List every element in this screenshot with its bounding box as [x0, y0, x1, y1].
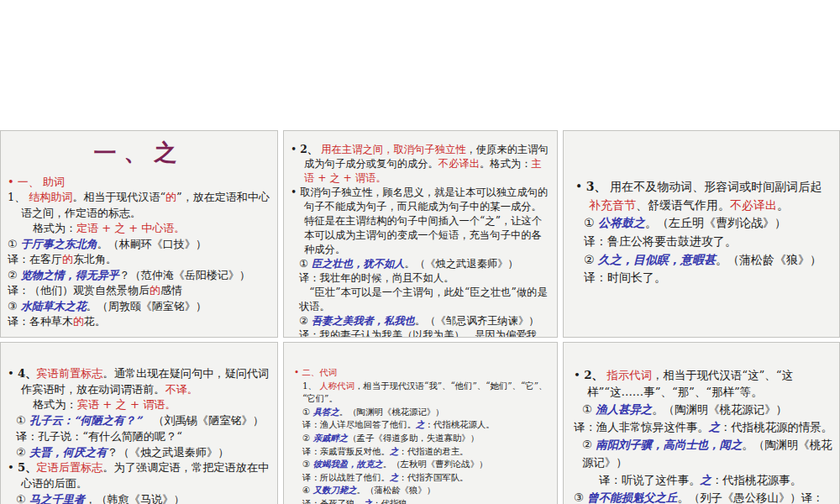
text-line: ② 吾妻之美我者，私我也。（《邹忌讽齐王纳谏》）: [291, 314, 550, 328]
text-segment: ①: [584, 216, 598, 229]
text-segment: 1、: [302, 381, 319, 391]
slide-panel-6[interactable]: • 2、 指示代词，相当于现代汉语“这”、“这样”“这……事”、“那”、“那样”…: [563, 342, 840, 504]
text-line: ① 渔人甚异之。（陶渊明《桃花源记》）: [574, 401, 832, 418]
text-segment: 格式为：: [33, 222, 76, 234]
text-line: ① 臣之壮也，犹不如人。（《烛之武退秦师》）: [291, 257, 550, 271]
text-line: 1、 人称代词，相当于现代汉语“我”、“他们”、“她们”、“它”、“它们”。: [294, 380, 550, 406]
text-segment: 又数刀毙之: [313, 485, 357, 495]
text-segment: 马之千里者: [29, 493, 85, 504]
slide-panel-2[interactable]: • 2、 用在主谓之间，取消句子独立性，使原来的主谓句成为句子成分或复句的成分。…: [283, 130, 558, 338]
text-segment: 译：亲戚背叛反对他。: [302, 446, 390, 456]
text-segment: 译：所以战胜了他们。: [302, 472, 390, 482]
text-line: ① 具答之。（陶渊明《桃花源记》）: [294, 406, 550, 419]
text-segment: 曾不能损魁父之丘: [587, 491, 677, 504]
text-segment: ：代指齐国军队。: [398, 472, 468, 482]
text-line: 译：鲁庄公将要击鼓进攻了。: [575, 233, 829, 251]
text-segment: 南阳刘子骥，高尚士也，闻之: [596, 438, 742, 451]
text-segment: 1、: [8, 191, 29, 203]
text-segment: 、舒缓语气作用。: [636, 198, 730, 212]
text-segment: ①: [16, 414, 29, 427]
text-segment: 4、: [18, 367, 36, 380]
slide-panel-3[interactable]: • 3、 用在不及物动词、形容词或时间副词后起补充音节、舒缓语气作用。不必译出。…: [563, 130, 840, 338]
text-segment: 不必译出: [730, 198, 777, 212]
panel-body: • 2、 用在主谓之间，取消句子独立性，使原来的主谓句成为句子成分或复句的成分。…: [284, 131, 557, 338]
text-segment: 具答之: [313, 407, 339, 417]
text-line: 格式为：定语 + 之 + 中心语。: [8, 221, 270, 236]
text-segment: •: [291, 144, 300, 155]
text-segment: 译：我壮年的时候，尚且不如人。: [299, 272, 454, 284]
text-segment: ①: [8, 238, 21, 250]
text-line: “臣壮”本可以是一个主谓句，此处“臣之壮也”做的是状语。: [291, 286, 550, 314]
text-segment: 之: [709, 420, 720, 433]
text-line: ② 夫晋，何厌之有？（《烛之武退秦师》）: [8, 445, 270, 461]
text-line: • 2、 指示代词，相当于现代汉语“这”、“这样”“这……事”、“那”、“那样”…: [574, 366, 832, 401]
text-segment: 孔子云：“何陋之有？”: [29, 414, 142, 427]
text-segment: 之: [416, 419, 424, 429]
text-segment: 花。: [84, 315, 106, 328]
text-segment: 的: [62, 253, 73, 265]
text-segment: ②: [8, 269, 21, 281]
text-segment: 译：杀死了狼。: [302, 498, 364, 504]
text-segment: 译：渔人详尽地回答了他们。: [302, 419, 416, 429]
text-segment: ：代指桃花源事。: [711, 474, 801, 486]
text-segment: 于厅事之东北角: [21, 238, 97, 250]
panel-body: • 二、代词1、 人称代词，相当于现代汉语“我”、“他们”、“她们”、“它”、“…: [284, 343, 557, 504]
text-segment: 。（蒲松龄《狼》）: [357, 485, 436, 495]
text-segment: 渔人甚异之: [596, 402, 652, 416]
text-segment: 之: [364, 498, 372, 504]
text-segment: • 一、 助词: [8, 176, 65, 188]
text-line: ① 孔子云：“何陋之有？” （刘禹锡《陋室铭》）: [8, 413, 270, 429]
slide-panel-5[interactable]: • 二、代词1、 人称代词，相当于现代汉语“我”、“他们”、“她们”、“它”、“…: [283, 342, 558, 504]
text-segment: • 二、代词: [294, 367, 337, 377]
text-segment: ？（《烛之武退秦师》）: [107, 446, 228, 459]
text-segment: 用在主谓之间，取消句子独立性: [321, 144, 465, 155]
text-line: 译：渔人详尽地回答了他们。之：代指桃花源人。: [294, 418, 550, 432]
text-segment: 水陆草木之花: [21, 300, 87, 312]
text-segment: 。（左丘明《曹刿论战》）: [645, 216, 786, 229]
text-segment: 之: [701, 473, 711, 486]
text-line: ③ 彼竭我盈，故克之。（左秋明《曹刿论战》）: [294, 458, 550, 471]
text-line: 格式为：宾语 + 之 + 谓语。: [8, 397, 270, 413]
text-segment: 吾妻之美我者，私我也: [312, 314, 415, 327]
text-segment: 2、: [300, 143, 321, 155]
text-segment: 。相当于现代汉语“: [72, 191, 165, 203]
text-segment: 之: [390, 446, 398, 456]
text-line: • 取消句子独立性，顾名思义，就是让本可以独立成句的句子不能成为句子，而只能成为…: [291, 186, 550, 257]
text-line: • 5、定语后置标志。为了强调定语，常把定语放在中心语的后面。: [8, 460, 270, 491]
text-line: 译：孔子说：“有什么简陋的呢？“: [8, 429, 270, 445]
text-segment: ②: [16, 446, 29, 459]
slide-panel-4[interactable]: • 4、宾语前置标志。通常出现在疑问句中，疑问代词作宾语时，放在动词谓语前。不译…: [0, 342, 278, 504]
text-segment: 补充音节: [589, 198, 636, 212]
text-segment: ②: [299, 315, 312, 327]
text-segment: 东北角。: [73, 253, 117, 265]
text-segment: •: [575, 180, 586, 193]
panel-body: • 3、 用在不及物动词、形容词或时间副词后起补充音节、舒缓语气作用。不必译出。…: [564, 131, 839, 287]
text-line: 译：我的妻子认为我美（以我为美），是因为偏爱我啊。: [291, 328, 550, 338]
text-segment: 译：孔子说：“有什么简陋的呢？“: [16, 430, 182, 443]
text-segment: •: [574, 369, 584, 381]
text-segment: 的: [165, 191, 176, 203]
text-segment: ：代指狼。: [372, 498, 416, 504]
text-line: 译：各种草木的花。: [8, 314, 270, 329]
text-line: ③ 曾不能损魁父之丘。（列子《愚公移山》）译：还不能挖掉魁父这样的小山: [574, 489, 832, 504]
text-segment: 久之，目似瞑，意暇甚: [598, 253, 716, 266]
text-segment: 。: [777, 198, 789, 212]
text-segment: ④: [302, 485, 313, 495]
text-line: ② 久之，目似瞑，意暇甚。（蒲松龄《狼》）译：时间长了。: [575, 251, 829, 287]
text-segment: 定语后置标志: [36, 461, 102, 474]
text-segment: 的: [150, 284, 160, 297]
text-segment: 宾语 + 之 + 谓语。: [77, 398, 176, 411]
text-line: 译：所以战胜了他们。之：代指齐国军队。: [294, 471, 550, 485]
text-line: 译：听说了这件事。之：代指桃花源事。: [574, 471, 832, 489]
text-segment: ：代指桃花源的情景。: [720, 421, 832, 433]
text-segment: 臣之壮也，犹不如人: [312, 257, 405, 270]
text-segment: 之: [390, 472, 398, 482]
text-line: • 一、 助词: [8, 175, 270, 190]
text-segment: 结构助词: [29, 191, 72, 203]
text-line: ① 公将鼓之。（左丘明《曹刿论战》）: [575, 214, 829, 233]
text-segment: 译：鲁庄公将要击鼓进攻了。: [584, 234, 737, 248]
text-segment: 亲戚畔之: [313, 433, 349, 443]
slide-title: 一、之: [1, 138, 277, 168]
slide-panel-1[interactable]: 一、之 • 一、 助词1、 结构助词。相当于现代汉语“的”，放在定语和中心语之间…: [0, 130, 278, 338]
text-segment: 。（陶渊明《桃花源记》）: [652, 403, 787, 416]
